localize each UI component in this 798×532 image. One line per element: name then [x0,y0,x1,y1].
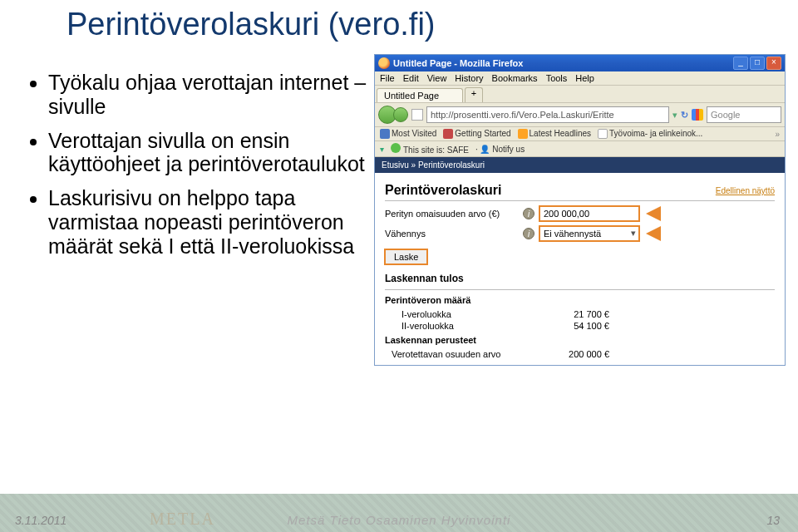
bullet-item: Verottajan sivulla on ensin käyttöohjeet… [48,129,374,177]
site-safe-indicator: This site is: SAFE [391,143,469,155]
menu-bookmarks[interactable]: Bookmarks [492,73,538,83]
result-row-class2: II-veroluokka 54 100 € [385,320,775,332]
basis-value: 200 000 € [543,349,609,359]
highlight-arrow-icon [646,226,661,241]
dropdown-icon[interactable]: ▾ [672,110,677,121]
menu-file[interactable]: File [380,73,395,83]
menu-help[interactable]: Help [575,73,594,83]
breadcrumb: Etusivu » Perintöverolaskuri [375,157,785,173]
tax-amount-heading: Perintöveron määrä [385,295,775,305]
asset-value-input[interactable]: 200 000,00 [539,206,639,221]
class1-label: I-veroluokka [385,309,543,319]
basis-label: Verotettavan osuuden arvo [385,349,543,359]
bullet-item: Työkalu ohjaa verottajan internet –sivul… [48,71,374,119]
feed-icon [518,129,528,139]
slide-title: Perintöverolaskuri (vero.fi) [0,0,798,46]
page-number: 13 [766,514,780,527]
bullet-list: Työkalu ohjaa verottajan internet –sivul… [25,54,374,366]
page-icon [598,129,608,139]
folder-icon [380,129,390,139]
safe-dot-icon [391,143,401,153]
firefox-window: Untitled Page - Mozilla Firefox _ □ × Fi… [374,54,786,366]
class1-value: 21 700 € [543,309,609,319]
laske-button[interactable]: Laske [385,249,427,264]
asset-value-label: Perityn omaisuuden arvo (€) [385,209,518,219]
url-input[interactable]: http://prosentti.vero.fi/Vero.Pela.Lasku… [426,106,669,123]
notify-link[interactable]: · 👤 Notify us [475,145,525,154]
wot-dropdown[interactable]: ▾ [380,145,384,154]
menu-bar: File Edit View History Bookmarks Tools H… [375,71,785,86]
reload-icon[interactable]: ↻ [681,110,688,121]
menu-view[interactable]: View [427,73,447,83]
bookmarks-overflow[interactable]: » [775,130,780,139]
divider [385,289,775,290]
nav-bar: http://prosentti.vero.fi/Vero.Pela.Lasku… [375,103,785,127]
row-deduction: Vähennys i Ei vähennystä [385,226,775,241]
result-row-class1: I-veroluokka 21 700 € [385,308,775,320]
row-asset-value: Perityn omaisuuden arvo (€) i 200 000,00 [385,206,775,221]
deduction-select[interactable]: Ei vähennystä [539,226,639,241]
tab-bar: Untitled Page + [375,86,785,103]
search-input[interactable]: Google [707,106,781,123]
bookmark-mostvisited[interactable]: Most Visited [380,129,436,139]
menu-edit[interactable]: Edit [403,73,419,83]
nav-back-forward[interactable] [378,106,408,124]
firefox-icon [378,57,390,69]
minimize-button[interactable]: _ [733,57,748,70]
maximize-button[interactable]: □ [750,57,765,70]
bullet-item: Laskurisivu on helppo tapa varmistaa nop… [48,186,374,258]
result-row-basis: Verotettavan osuuden arvo 200 000 € [385,348,775,360]
page-icon [411,109,423,121]
info-icon[interactable]: i [523,208,534,219]
google-favicon [692,109,703,121]
highlight-arrow-icon [646,206,661,221]
web-page-content: Etusivu » Perintöverolaskuri Perintövero… [375,157,785,365]
forward-icon[interactable] [393,107,408,122]
bookmark-tyovoima[interactable]: Työvoima- ja elinkeinok... [598,129,702,139]
deduction-label: Vähennys [385,229,518,239]
info-icon[interactable]: i [523,228,534,239]
class2-label: II-veroluokka [385,321,543,331]
divider [385,200,775,201]
menu-tools[interactable]: Tools [546,73,568,83]
new-tab-button[interactable]: + [465,87,483,102]
safe-bar: ▾ This site is: SAFE · 👤 Notify us [375,141,785,157]
content-area: Työkalu ohjaa verottajan internet –sivul… [0,46,798,366]
bookmark-gettingstarted[interactable]: Getting Started [443,129,510,139]
class2-value: 54 100 € [543,321,609,331]
results-heading: Laskennan tulos [385,273,775,284]
window-titlebar: Untitled Page - Mozilla Firefox _ □ × [375,55,785,71]
bookmarks-toolbar: Most Visited Getting Started Latest Head… [375,127,785,141]
menu-history[interactable]: History [455,73,483,83]
window-title: Untitled Page - Mozilla Firefox [393,58,733,68]
basis-heading: Laskennan perusteet [385,335,775,345]
bookmark-headlines[interactable]: Latest Headlines [518,129,592,139]
bookmark-icon [443,129,453,139]
browser-tab[interactable]: Untitled Page [377,88,463,102]
footer-words: Metsä Tieto Osaaminen Hyvinvointi [0,513,798,527]
close-button[interactable]: × [766,57,781,70]
